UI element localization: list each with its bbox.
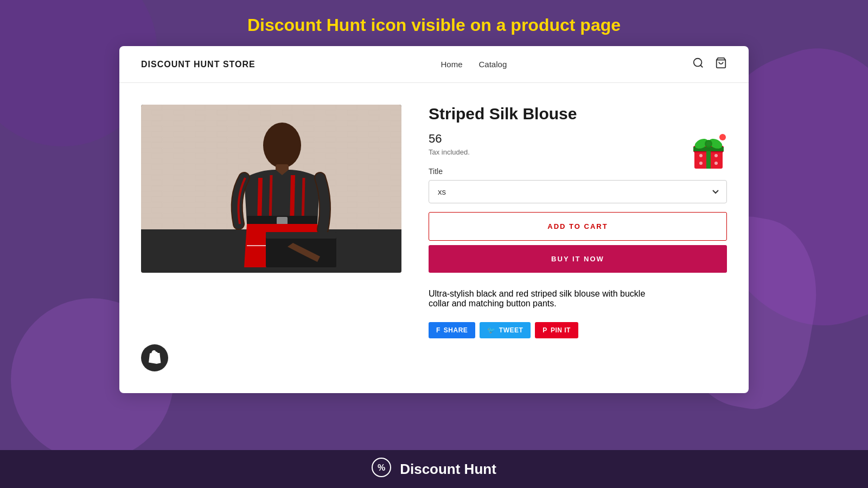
product-price: 56 (429, 132, 727, 146)
svg-point-21 (714, 154, 718, 157)
svg-rect-13 (266, 232, 336, 239)
svg-text:%: % (378, 463, 385, 472)
svg-point-23 (714, 162, 718, 165)
share-twitter-label: TWEET (499, 326, 524, 334)
header-icons (692, 57, 727, 72)
share-facebook-label: SHARE (444, 326, 468, 334)
svg-point-30 (706, 142, 711, 146)
store-card: DISCOUNT HUNT STORE Home Catalog (119, 46, 749, 393)
twitter-icon: 🐦 (487, 326, 496, 334)
top-banner: Discount Hunt icon visible on a product … (0, 0, 868, 46)
store-nav: Home Catalog (441, 60, 507, 69)
product-section-wrapper: Striped Silk Blouse 56 Tax included. Tit… (119, 83, 749, 355)
svg-point-19 (699, 154, 703, 157)
cart-icon[interactable] (715, 57, 727, 72)
variant-label: Title (429, 167, 727, 176)
share-pinterest-button[interactable]: P PIN IT (535, 322, 578, 338)
tax-note: Tax included. (429, 148, 727, 156)
product-details: Striped Silk Blouse 56 Tax included. Tit… (429, 105, 727, 273)
product-section: Striped Silk Blouse 56 Tax included. Tit… (119, 83, 749, 289)
share-pinterest-label: PIN IT (551, 326, 571, 334)
gift-icon-container[interactable] (689, 132, 727, 167)
product-image (141, 105, 401, 273)
description-text: Ultra-stylish black and red striped silk… (429, 289, 651, 309)
svg-point-22 (699, 162, 703, 165)
store-header: DISCOUNT HUNT STORE Home Catalog (119, 46, 749, 83)
add-to-cart-button[interactable]: ADD TO CART (429, 212, 727, 241)
store-logo: DISCOUNT HUNT STORE (141, 60, 256, 69)
bottom-footer: % Discount Hunt (0, 450, 868, 488)
svg-point-6 (263, 123, 301, 168)
share-twitter-button[interactable]: 🐦 TWEET (480, 322, 531, 338)
nav-home[interactable]: Home (441, 60, 463, 69)
discount-hunt-icon: % (372, 458, 391, 481)
facebook-icon: f (436, 326, 441, 334)
svg-point-17 (719, 134, 726, 140)
share-buttons: f SHARE 🐦 TWEET P PIN IT (407, 314, 749, 355)
product-description: Ultra-stylish black and red striped silk… (407, 289, 673, 314)
share-facebook-button[interactable]: f SHARE (429, 322, 475, 338)
svg-rect-9 (277, 217, 288, 224)
search-icon[interactable] (692, 57, 704, 72)
gift-icon (689, 132, 727, 167)
shopify-badge[interactable] (141, 344, 168, 371)
variant-select[interactable]: xs s m l xl (429, 180, 727, 203)
product-title: Striped Silk Blouse (429, 105, 727, 123)
buy-now-button[interactable]: BUY IT NOW (429, 245, 727, 273)
svg-point-0 (694, 59, 702, 67)
nav-catalog[interactable]: Catalog (479, 60, 507, 69)
pinterest-icon: P (542, 326, 547, 334)
footer-brand-name: Discount Hunt (400, 461, 496, 478)
svg-line-1 (700, 65, 703, 67)
banner-title: Discount Hunt icon visible on a product … (0, 15, 868, 35)
